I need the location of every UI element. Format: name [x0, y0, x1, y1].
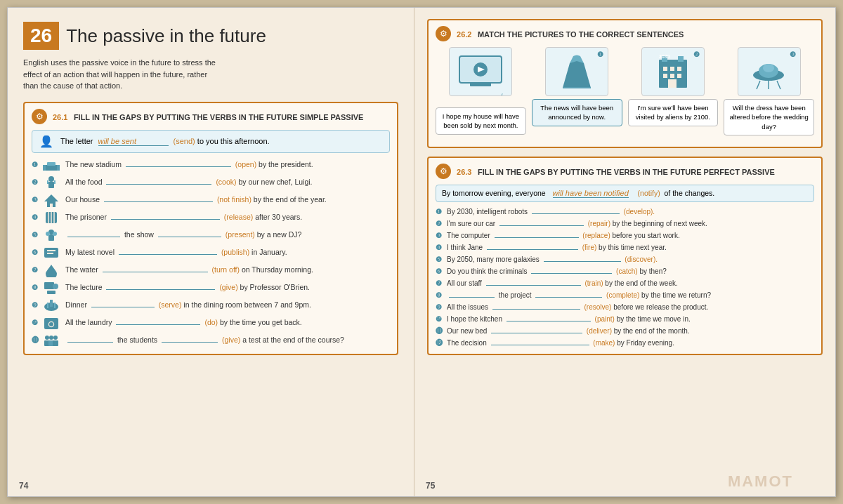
svg-point-18	[53, 232, 57, 236]
picture-item-2: ❷ 2030	[628, 47, 719, 126]
example-icon: 👤	[39, 135, 53, 148]
table-row: ⓬ The decision (make) by Friday evening.	[436, 338, 814, 348]
picture-box-dress: ❶	[545, 47, 608, 96]
picture-item-0: ↓ I hope my house will have been sold by…	[436, 47, 526, 135]
section-26-2-title: 26.2 MATCH THE PICTURES TO THE CORRECT S…	[457, 27, 684, 40]
icon-prisoner	[41, 210, 61, 225]
svg-rect-51	[677, 74, 681, 78]
svg-point-32	[45, 336, 49, 340]
example-verb: (send)	[174, 137, 195, 145]
svg-point-31	[49, 322, 53, 326]
sentence-box-1: The news will have been announced by now…	[532, 99, 622, 126]
section-26-2-box: ⚙ 26.2 MATCH THE PICTURES TO THE CORRECT…	[427, 19, 823, 148]
icon-chef	[41, 175, 61, 190]
table-row: ⓫ Our new bed (deliver) by the end of th…	[436, 326, 814, 336]
section-26-1-header: ⚙ 26.1 FILL IN THE GAPS BY PUTTING THE V…	[32, 109, 390, 124]
svg-rect-7	[54, 180, 55, 184]
exercise-rows-26-1: ❶ The new stadium (open) by the presiden…	[32, 157, 390, 348]
svg-rect-27	[47, 303, 48, 308]
table-row: ❾ Dinner (serve) in the dining room betw…	[32, 298, 390, 313]
table-row: ❹ The prisoner (release) after 30 years.	[32, 210, 390, 225]
svg-rect-50	[670, 74, 674, 78]
example-26-3-fill: will have been notified	[553, 189, 629, 198]
table-row: ❶ The new stadium (open) by the presiden…	[32, 157, 390, 173]
svg-rect-5	[48, 182, 54, 188]
section-26-3-title: 26.3 FILL IN THE GAPS BY PUTTING THE VER…	[457, 165, 775, 178]
svg-rect-3	[57, 165, 60, 171]
picture-box-building: ❷ 2030	[641, 47, 705, 96]
table-row: ❿ I hope the kitchen (paint) by the time…	[436, 314, 814, 324]
pictures-row: ↓ I hope my house will have been sold by…	[436, 47, 814, 135]
picture-box-ufo: ❸	[738, 47, 801, 96]
svg-marker-8	[44, 194, 58, 201]
icon-dinner	[41, 298, 61, 313]
table-row: ❿ All the laundry (do) by the time you g…	[32, 315, 390, 331]
table-row: ❹ I think Jane (fire) by this time next …	[436, 242, 814, 253]
table-row: ❽ The lecture (give) by Professor O'Brie…	[32, 280, 390, 296]
svg-point-23	[53, 284, 58, 289]
svg-rect-10	[50, 204, 53, 207]
table-row: ❼ All our staff (train) by the end of th…	[436, 278, 814, 289]
icon-dj	[41, 227, 61, 243]
svg-rect-49	[663, 74, 667, 78]
chapter-number: 26	[23, 22, 59, 50]
icon-students	[41, 333, 61, 348]
icon-laundry	[41, 315, 61, 331]
svg-line-57	[757, 81, 760, 89]
table-row: ❺ By 2050, many more galaxies (discover)…	[436, 254, 814, 265]
table-row: ❸ Our house (not finish) by the end of t…	[32, 192, 390, 208]
section-26-2-header: ⚙ 26.2 MATCH THE PICTURES TO THE CORRECT…	[436, 26, 814, 41]
example-26-3-verb: (notify)	[638, 189, 660, 197]
svg-rect-21	[47, 253, 53, 254]
svg-rect-24	[47, 291, 55, 294]
svg-point-33	[49, 336, 53, 340]
svg-rect-26	[50, 300, 53, 307]
section-26-3-box: ⚙ 26.3 FILL IN THE GAPS BY PUTTING THE V…	[427, 157, 823, 355]
example-row-26-1: 👤 The letter will be sent (send) to you …	[32, 130, 390, 153]
table-row: ❷ All the food (cook) by our new chef, L…	[32, 175, 390, 190]
example-row-26-3: By tomorrow evening, everyone will have …	[436, 185, 814, 202]
svg-rect-16	[48, 235, 54, 241]
section-26-1-title: 26.1 FILL IN THE GAPS BY PUTTING THE VER…	[53, 110, 363, 123]
watermark: MAMOT	[728, 472, 793, 491]
svg-point-56	[763, 64, 774, 72]
svg-rect-48	[677, 67, 681, 71]
table-row: ❾ All the issues (resolve) before we rel…	[436, 302, 814, 312]
chapter-header: 26 The passive in the future	[23, 22, 398, 50]
svg-rect-39	[470, 83, 491, 86]
example-fill: will be sent	[98, 137, 169, 146]
intro-text: English uses the passive voice in the fu…	[23, 57, 220, 92]
icon-book	[41, 245, 61, 260]
sentence-box-0: I hope my house will have been sold by n…	[436, 107, 526, 135]
svg-rect-1	[47, 162, 55, 166]
example-26-3-before: By tomorrow evening, everyone	[442, 189, 548, 197]
section-26-3-icon: ⚙	[436, 164, 451, 179]
table-row: ❶ By 2030, intelligent robots (develop).	[436, 206, 814, 217]
table-row: ❸ The computer (replace) before you star…	[436, 230, 814, 241]
chapter-title: The passive in the future	[66, 25, 266, 47]
section-26-1-box: ⚙ 26.1 FILL IN THE GAPS BY PUTTING THE V…	[23, 102, 398, 355]
svg-line-59	[777, 81, 780, 89]
left-page: 26 The passive in the future English use…	[8, 8, 414, 496]
sentence-box-2: I'm sure we'll have been visited by alie…	[628, 99, 719, 126]
table-row: ❺ the show (present) by a new DJ?	[32, 227, 390, 243]
svg-rect-2	[43, 165, 46, 171]
svg-rect-6	[47, 180, 48, 184]
svg-rect-28	[54, 303, 55, 308]
svg-text:2030: 2030	[659, 54, 670, 59]
table-row: ❼ The water (turn off) on Thursday morni…	[32, 263, 390, 278]
example-after: to you this afternoon.	[195, 137, 270, 145]
svg-rect-47	[670, 67, 674, 71]
icon-house	[41, 192, 61, 208]
svg-rect-22	[44, 282, 54, 289]
right-page: ⚙ 26.2 MATCH THE PICTURES TO THE CORRECT…	[414, 8, 835, 496]
sentence-box-3: Will the dress have been altered before …	[724, 99, 814, 135]
svg-point-34	[53, 336, 58, 340]
svg-rect-45	[678, 56, 684, 62]
table-row: ❷ I'm sure our car (repair) by the begin…	[436, 218, 814, 229]
svg-rect-37	[53, 340, 58, 346]
table-row: ❻ My latest novel (publish) in January.	[32, 245, 390, 260]
svg-rect-0	[44, 165, 58, 171]
svg-point-4	[48, 176, 54, 182]
example-text-before: The letter	[60, 137, 96, 145]
